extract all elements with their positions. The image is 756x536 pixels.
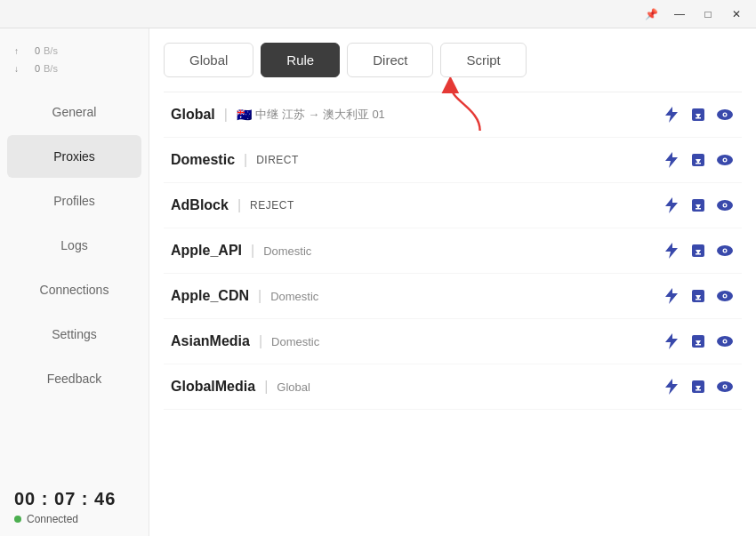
proxy-value-domestic: DIRECT — [256, 154, 299, 166]
download-value: 0 — [22, 60, 40, 78]
proxy-row-domestic: Domestic | DIRECT — [164, 138, 742, 183]
svg-rect-21 — [696, 253, 701, 255]
svg-point-36 — [724, 340, 726, 342]
timer-display: 00 : 07 : 46 — [14, 489, 134, 509]
tab-global[interactable]: Global — [164, 43, 253, 77]
view-button-3[interactable] — [715, 241, 735, 260]
view-button-2[interactable] — [715, 196, 735, 215]
tab-rule[interactable]: Rule — [261, 43, 340, 77]
download-arrow-icon: ↓ — [14, 61, 19, 77]
svg-rect-9 — [696, 163, 701, 164]
svg-point-30 — [724, 295, 726, 297]
proxy-value-asianmedia: Domestic — [271, 335, 319, 348]
sidebar: ↑ 0 B/s ↓ 0 B/s General Proxies Profiles… — [0, 28, 149, 536]
speed-test-button-3[interactable] — [662, 241, 681, 260]
upload-arrow-icon: ↑ — [14, 44, 19, 60]
sidebar-item-profiles[interactable]: Profiles — [7, 180, 141, 222]
download-button-5[interactable] — [688, 332, 708, 351]
svg-point-12 — [724, 159, 726, 161]
sidebar-footer: 00 : 07 : 46 Connected — [0, 478, 149, 536]
svg-rect-3 — [696, 117, 701, 119]
proxy-actions-2 — [662, 196, 735, 215]
proxy-actions-0 — [662, 105, 735, 124]
svg-rect-39 — [696, 389, 701, 391]
proxy-actions-3 — [662, 241, 735, 260]
download-button-1[interactable] — [688, 150, 708, 170]
minimize-button[interactable]: — — [667, 2, 692, 27]
proxy-tabs: Global Rule Direct Script — [164, 43, 742, 77]
upload-value: 0 — [22, 43, 40, 60]
speed-test-button-5[interactable] — [662, 332, 681, 351]
download-button-4[interactable] — [688, 286, 708, 306]
sidebar-item-connections[interactable]: Connections — [7, 268, 141, 311]
nav-items: General Proxies Profiles Logs Connection… — [0, 89, 149, 478]
proxy-sep-4: | — [258, 288, 261, 304]
proxy-sep-5: | — [259, 333, 262, 349]
proxy-sep-0: | — [224, 107, 228, 123]
sidebar-item-settings[interactable]: Settings — [7, 313, 141, 356]
connection-label: Connected — [27, 513, 78, 525]
svg-rect-33 — [696, 344, 701, 346]
proxy-name-asianmedia: AsianMedia — [171, 333, 250, 349]
proxy-name-global: Global — [171, 107, 215, 123]
pin-button[interactable]: 📌 — [639, 2, 664, 27]
proxy-row-global: Global | 🇦🇺 中继 江苏 → 澳大利亚 01 — [164, 92, 742, 138]
pin-icon: 📌 — [645, 8, 658, 20]
flag-icon: 🇦🇺 — [237, 108, 252, 122]
proxy-name-globalmedia: GlobalMedia — [171, 379, 255, 395]
speed-test-button-6[interactable] — [662, 377, 681, 396]
view-button-5[interactable] — [715, 332, 735, 351]
svg-rect-27 — [696, 299, 701, 300]
proxy-actions-4 — [662, 286, 735, 306]
view-button-4[interactable] — [715, 286, 735, 306]
maximize-icon: □ — [704, 8, 711, 20]
proxy-sep-3: | — [251, 243, 254, 259]
proxy-actions-6 — [662, 377, 735, 396]
view-button-1[interactable] — [715, 150, 735, 170]
sidebar-item-logs[interactable]: Logs — [7, 224, 141, 267]
proxy-sep-6: | — [264, 379, 268, 395]
close-icon: ✕ — [732, 8, 741, 20]
upload-unit: B/s — [44, 43, 58, 60]
view-button-0[interactable] — [715, 105, 735, 124]
proxy-value-apple-cdn: Domestic — [270, 290, 318, 303]
sidebar-item-general[interactable]: General — [7, 91, 141, 133]
connection-status: Connected — [14, 513, 134, 525]
svg-point-24 — [724, 250, 726, 252]
stats-panel: ↑ 0 B/s ↓ 0 B/s — [0, 36, 149, 82]
svg-point-42 — [724, 386, 726, 388]
tab-script[interactable]: Script — [440, 43, 526, 77]
speed-test-button-4[interactable] — [662, 286, 681, 306]
proxy-sep-2: | — [237, 197, 241, 213]
proxy-name-apple-api: Apple_API — [171, 243, 242, 259]
download-button-6[interactable] — [688, 377, 708, 396]
close-button[interactable]: ✕ — [724, 2, 749, 27]
proxy-sep-1: | — [244, 152, 247, 168]
proxy-value-adblock: REJECT — [250, 199, 294, 212]
proxy-row-apple-api: Apple_API | Domestic — [164, 228, 742, 274]
download-stat: ↓ 0 B/s — [14, 60, 134, 78]
svg-rect-15 — [696, 208, 701, 210]
speed-test-button-0[interactable] — [662, 105, 681, 124]
proxy-value-global: 🇦🇺 中继 江苏 → 澳大利亚 01 — [237, 107, 385, 123]
proxy-row-asianmedia: AsianMedia | Domestic — [164, 319, 742, 364]
sidebar-item-proxies[interactable]: Proxies — [7, 135, 141, 178]
tab-direct[interactable]: Direct — [347, 43, 433, 77]
download-button-2[interactable] — [688, 196, 708, 215]
speed-test-button-1[interactable] — [662, 150, 681, 170]
proxy-name-apple-cdn: Apple_CDN — [171, 288, 249, 304]
app-body: ↑ 0 B/s ↓ 0 B/s General Proxies Profiles… — [0, 28, 756, 536]
view-button-6[interactable] — [715, 377, 735, 396]
proxy-row-adblock: AdBlock | REJECT — [164, 183, 742, 228]
proxy-list: Global | 🇦🇺 中继 江苏 → 澳大利亚 01 — [164, 92, 742, 410]
proxy-row-globalmedia: GlobalMedia | Global — [164, 364, 742, 410]
download-button-3[interactable] — [688, 241, 708, 260]
proxy-actions-5 — [662, 332, 735, 351]
maximize-button[interactable]: □ — [696, 2, 720, 27]
titlebar: 📌 — □ ✕ — [0, 0, 756, 28]
download-button-0[interactable] — [688, 105, 708, 124]
upload-stat: ↑ 0 B/s — [14, 43, 134, 60]
sidebar-item-feedback[interactable]: Feedback — [7, 357, 141, 400]
speed-test-button-2[interactable] — [662, 196, 681, 215]
proxy-actions-1 — [662, 150, 735, 170]
